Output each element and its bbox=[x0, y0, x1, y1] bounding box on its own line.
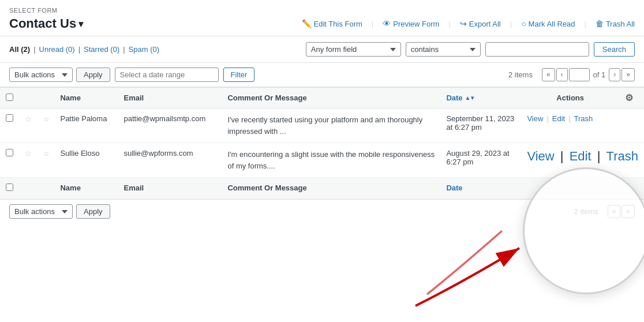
row-name: Sullie Eloso bbox=[54, 143, 118, 178]
row-read-cell: ○ bbox=[38, 108, 54, 143]
row-message: I'm encountering a slight issue with the… bbox=[222, 143, 440, 178]
header-actions-col: Actions bbox=[521, 88, 619, 108]
footer-checkbox[interactable] bbox=[6, 184, 13, 191]
highlighted-actions: View | Edit | Trash bbox=[527, 149, 638, 163]
circle-highlight bbox=[523, 167, 644, 294]
star-icon[interactable]: ☆ bbox=[25, 114, 32, 123]
export-all-label: Export All bbox=[469, 20, 501, 28]
trash-link[interactable]: Trash bbox=[574, 114, 593, 123]
filter-bar: All (2) | Unread (0) | Starred (0) | Spa… bbox=[0, 36, 644, 63]
prev-page-button[interactable]: ‹ bbox=[556, 68, 568, 81]
bulk-actions-select[interactable]: Bulk actions Mark Read Mark Unread Trash bbox=[9, 68, 73, 82]
row-date: August 29, 2023 at 6:27 pm bbox=[440, 143, 521, 178]
edit-icon: ✏️ bbox=[302, 19, 312, 28]
row-read-cell: ○ bbox=[38, 143, 54, 178]
eye-icon: 👁 bbox=[383, 19, 391, 28]
row-star-cell: ☆ bbox=[19, 108, 38, 143]
star-icon[interactable]: ☆ bbox=[25, 149, 32, 158]
mark-read-icon: ○ bbox=[521, 19, 526, 28]
row-email: sullie@wpforms.com bbox=[118, 143, 222, 178]
row-actions: View | Edit | Trash bbox=[521, 108, 619, 143]
view-link-highlighted[interactable]: View bbox=[527, 149, 554, 163]
read-circle-icon[interactable]: ○ bbox=[44, 114, 48, 123]
page-number-input[interactable]: 1 bbox=[569, 68, 590, 81]
header-name: Name bbox=[54, 88, 118, 108]
row-checkbox-cell bbox=[0, 143, 19, 178]
filter-controls: Any form field Name Email Comment Or Mes… bbox=[306, 42, 635, 57]
trash-all-label: Trash All bbox=[606, 20, 635, 28]
next-page-button[interactable]: › bbox=[609, 68, 620, 81]
select-all-checkbox[interactable] bbox=[6, 93, 13, 101]
select-form-label: SELECT FORM bbox=[9, 7, 635, 14]
edit-form-label: Edit This Form bbox=[314, 20, 362, 28]
row-settings bbox=[619, 108, 644, 143]
form-title[interactable]: Contact Us ▾ bbox=[9, 16, 83, 31]
toolbar: Bulk actions Mark Read Mark Unread Trash… bbox=[0, 63, 644, 87]
tab-spam[interactable]: Spam (0) bbox=[129, 45, 159, 54]
tabs-row: All (2) | Unread (0) | Starred (0) | Spa… bbox=[9, 45, 301, 54]
of-pages-label: of 1 bbox=[593, 70, 606, 79]
search-button[interactable]: Search bbox=[594, 42, 635, 57]
header-actions: ✏️ Edit This Form | 👁 Preview Form | ↪ E… bbox=[302, 19, 635, 28]
preview-form-label: Preview Form bbox=[393, 20, 439, 28]
header-settings-col[interactable]: ⚙ bbox=[619, 88, 644, 108]
items-count: 2 items bbox=[508, 70, 533, 79]
table-header-row: Name Email Comment Or Message Date ▲▾ Ac… bbox=[0, 88, 644, 108]
first-page-button[interactable]: « bbox=[542, 68, 555, 81]
row-checkbox[interactable] bbox=[6, 149, 13, 156]
trash-link-highlighted[interactable]: Trash bbox=[606, 149, 638, 163]
row-star-cell: ☆ bbox=[19, 143, 38, 178]
header-message: Comment Or Message bbox=[222, 88, 440, 108]
trash-all-link[interactable]: 🗑 Trash All bbox=[596, 19, 635, 28]
bottom-bulk-actions-wrapper: Bulk actions Mark Read Mark Unread Trash… bbox=[9, 204, 110, 219]
footer-read-cell bbox=[38, 178, 54, 199]
form-dropdown-chevron[interactable]: ▾ bbox=[78, 18, 83, 29]
footer-date: Date bbox=[440, 178, 521, 199]
row-name: Pattie Paloma bbox=[54, 108, 118, 143]
footer-checkbox-cell bbox=[0, 178, 19, 199]
mark-all-read-link[interactable]: ○ Mark All Read bbox=[521, 19, 575, 28]
row-date: September 11, 2023 at 6:27 pm bbox=[440, 108, 521, 143]
row-checkbox-cell bbox=[0, 108, 19, 143]
read-circle-icon[interactable]: ○ bbox=[44, 149, 48, 158]
tab-starred[interactable]: Starred (0) bbox=[84, 45, 119, 54]
table-row: ☆ ○ Sullie Eloso sullie@wpforms.com I'm … bbox=[0, 143, 644, 178]
footer-email: Email bbox=[118, 178, 222, 199]
bottom-apply-button[interactable]: Apply bbox=[76, 204, 110, 219]
date-range-input[interactable] bbox=[115, 68, 219, 82]
edit-link-highlighted[interactable]: Edit bbox=[570, 149, 591, 163]
export-icon: ↪ bbox=[460, 19, 467, 28]
export-all-link[interactable]: ↪ Export All bbox=[460, 19, 501, 28]
field-select[interactable]: Any form field Name Email Comment Or Mes… bbox=[306, 42, 401, 57]
edit-form-link[interactable]: ✏️ Edit This Form bbox=[302, 19, 362, 28]
settings-gear-icon[interactable]: ⚙ bbox=[625, 93, 633, 103]
view-link[interactable]: View bbox=[527, 114, 543, 123]
last-page-button[interactable]: » bbox=[621, 68, 635, 81]
preview-form-link[interactable]: 👁 Preview Form bbox=[383, 19, 439, 28]
edit-link[interactable]: Edit bbox=[552, 114, 565, 123]
row-message: I've recently started using your platfor… bbox=[222, 108, 440, 143]
tab-unread[interactable]: Unread (0) bbox=[39, 45, 75, 54]
row-email: pattie@wpmailsmtp.com bbox=[118, 108, 222, 143]
tab-all[interactable]: All (2) bbox=[9, 45, 30, 54]
footer-star-cell bbox=[19, 178, 38, 199]
header-checkbox-col bbox=[0, 88, 19, 108]
search-input[interactable] bbox=[485, 42, 589, 57]
filter-button[interactable]: Filter bbox=[223, 68, 255, 82]
row-checkbox[interactable] bbox=[6, 114, 13, 122]
table-row: ☆ ○ Pattie Paloma pattie@wpmailsmtp.com … bbox=[0, 108, 644, 143]
header-star-col bbox=[19, 88, 38, 108]
header-read-col bbox=[38, 88, 54, 108]
condition-select[interactable]: contains does not contain is is not bbox=[406, 42, 481, 57]
pagination: « ‹ 1 of 1 › » bbox=[542, 68, 635, 81]
header-date[interactable]: Date ▲▾ bbox=[440, 88, 521, 108]
trash-icon: 🗑 bbox=[596, 19, 604, 28]
header-email: Email bbox=[118, 88, 222, 108]
footer-message: Comment Or Message bbox=[222, 178, 440, 199]
bulk-actions-wrapper: Bulk actions Mark Read Mark Unread Trash… bbox=[9, 68, 110, 82]
bottom-bulk-actions-select[interactable]: Bulk actions Mark Read Mark Unread Trash bbox=[9, 204, 73, 219]
mark-all-read-label: Mark All Read bbox=[529, 20, 575, 28]
footer-name: Name bbox=[54, 178, 118, 199]
apply-button[interactable]: Apply bbox=[76, 68, 110, 82]
